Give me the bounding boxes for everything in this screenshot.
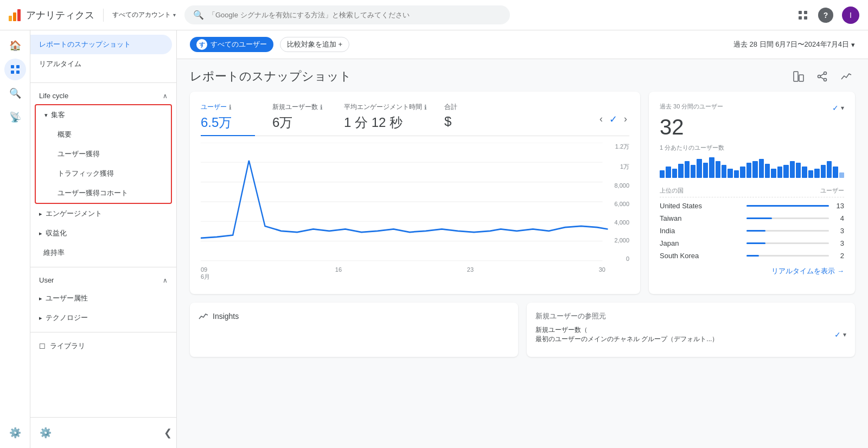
sidebar-footer: ⚙️ ❮: [30, 417, 176, 448]
customize-report-icon[interactable]: [790, 68, 807, 85]
next-metric-button[interactable]: ›: [622, 111, 629, 127]
technology-label: テクノロジー: [46, 313, 88, 323]
nav-ads-icon[interactable]: 📡: [4, 106, 26, 128]
metric-tab-new-users[interactable]: 新規ユーザー数 ℹ 6万: [272, 103, 327, 136]
user-label: User: [39, 276, 54, 284]
realtime-dropdown-arrow[interactable]: ▾: [841, 104, 844, 112]
mini-bar-25: [814, 169, 819, 178]
x-label-3: 30: [599, 266, 605, 281]
sidebar-item-acquisition[interactable]: ▾ 集客: [36, 105, 167, 125]
new-user-source-label: 新規ユーザーの参照元: [535, 312, 606, 320]
grid-icon[interactable]: [796, 9, 809, 22]
account-selector[interactable]: すべてのアカウント ▾: [112, 10, 176, 20]
sidebar-item-demographics[interactable]: ▸ ユーザー属性: [30, 289, 172, 308]
sidebar-item-overview[interactable]: 概要: [36, 125, 167, 144]
realtime-header-row: 過去 30 分間のユーザー ✓ ▾: [660, 103, 844, 113]
metric-value-revenue: $: [444, 114, 499, 129]
y-label-6: 0: [608, 255, 629, 262]
metric-tab-revenue[interactable]: 合計 $: [444, 103, 499, 136]
sidebar-item-retention[interactable]: 維持率: [30, 243, 172, 263]
top-header: アナリティクス すべてのアカウント ▾ 🔍 ? I: [0, 0, 868, 30]
svg-rect-3: [804, 16, 807, 20]
chart-area: 1.2万 1万 8,000 6,000 4,000 2,000 0: [201, 143, 629, 262]
sidebar-item-library[interactable]: ☐ ライブラリ: [30, 337, 176, 355]
mini-bar-14: [746, 163, 751, 178]
settings-icon[interactable]: ⚙️: [35, 422, 56, 444]
page-title-row: レポートのスナップショット: [177, 59, 868, 92]
metric-value-users: 6.5万: [201, 114, 255, 131]
sidebar-item-snapshot[interactable]: レポートのスナップショット: [30, 35, 172, 54]
users-info-icon[interactable]: ℹ: [229, 104, 232, 111]
logo-icon: [9, 9, 21, 21]
library-label: ライブラリ: [50, 341, 85, 351]
content-area: す すべてのユーザー 比較対象を追加 + 過去 28 日間 6月7日〜2024年…: [177, 30, 868, 448]
collapse-sidebar-button[interactable]: ❮: [164, 427, 172, 439]
country-header-label: 上位の国: [660, 187, 684, 195]
country-value: 3: [833, 227, 844, 235]
users-header-label: ユーザー: [820, 187, 844, 195]
sidebar-divider-3: [30, 332, 176, 332]
metric-tab-engagement[interactable]: 平均エンゲージメント時間 ℹ 1 分 12 秒: [344, 103, 427, 136]
sidebar-item-realtime[interactable]: リアルタイム: [30, 54, 172, 74]
search-input[interactable]: [208, 11, 501, 19]
country-row: India 3: [660, 225, 844, 237]
insights-chart-icon: [199, 311, 208, 321]
sidebar-snapshot-label: レポートのスナップショット: [39, 40, 131, 49]
search-bar[interactable]: 🔍: [184, 5, 510, 24]
mini-bar-8: [709, 157, 714, 178]
help-icon[interactable]: ?: [818, 8, 833, 23]
mini-bar-19: [777, 167, 782, 178]
date-range-selector[interactable]: 過去 28 日間 6月7日〜2024年7月4日 ▾: [733, 40, 855, 49]
user-segment-badge[interactable]: す すべてのユーザー: [190, 37, 273, 52]
realtime-check-icon[interactable]: ✓: [832, 104, 839, 112]
country-value: 13: [833, 202, 844, 210]
avatar[interactable]: I: [842, 7, 859, 24]
nav-home-icon[interactable]: 🏠: [4, 35, 26, 56]
nav-reports-icon[interactable]: [4, 59, 26, 80]
x-label-0: 096月: [201, 266, 210, 281]
metric-tab-users[interactable]: ユーザー ℹ 6.5万: [201, 103, 255, 136]
country-name: Japan: [660, 239, 742, 247]
mini-bar-1: [666, 167, 671, 178]
lifecycle-header[interactable]: Life cycle ∧: [30, 87, 176, 104]
view-realtime-link[interactable]: リアルタイムを表示 →: [660, 266, 844, 276]
share-icon[interactable]: [814, 68, 831, 85]
channel-dropdown-arrow[interactable]: ▾: [843, 331, 846, 338]
metric-label-new-users: 新規ユーザー数 ℹ: [272, 103, 327, 112]
mini-bar-26: [821, 165, 826, 178]
bottom-cards-row: Insights 新規ユーザーの参照元 新規ユーザー数（最初のユーザーのメインの…: [177, 303, 868, 366]
channel-check-icon[interactable]: ✓: [834, 330, 841, 339]
sidebar-item-cohort[interactable]: ユーザー獲得コホート: [36, 183, 167, 203]
svg-rect-1: [804, 11, 807, 14]
engagement-info-icon[interactable]: ℹ: [424, 104, 427, 111]
svg-rect-0: [799, 11, 802, 14]
mini-bar-7: [703, 163, 708, 178]
svg-rect-5: [16, 65, 20, 68]
sidebar-item-user-acquisition[interactable]: ユーザー獲得: [36, 144, 167, 164]
new-users-info-icon[interactable]: ℹ: [320, 104, 323, 111]
nav-settings-icon[interactable]: ⚙️: [4, 422, 26, 444]
engagement-label: エンゲージメント: [46, 209, 102, 219]
x-label-1: 16: [335, 266, 342, 281]
acquisition-label: 集客: [51, 110, 65, 120]
sidebar-item-monetization[interactable]: ▸ 収益化: [30, 223, 172, 243]
channel-controls: ✓ ▾: [834, 330, 846, 339]
compare-button[interactable]: 比較対象を追加 +: [280, 37, 349, 52]
country-table-header: 上位の国 ユーザー: [660, 187, 844, 197]
svg-rect-6: [11, 71, 14, 74]
sidebar-item-traffic-acquisition[interactable]: トラフィック獲得: [36, 164, 167, 183]
sidebar-item-engagement[interactable]: ▸ エンゲージメント: [30, 204, 172, 223]
sidebar-item-technology[interactable]: ▸ テクノロジー: [30, 308, 172, 328]
y-label-2: 8,000: [608, 182, 629, 189]
insights-icon[interactable]: [838, 68, 855, 85]
y-label-5: 2,000: [608, 237, 629, 244]
mini-bar-23: [802, 167, 807, 178]
mini-bar-0: [660, 170, 665, 178]
channel-group-label: 新規ユーザー数（最初のユーザーのメインのチャネル グループ（デフォルト...）: [535, 325, 718, 344]
sidebar-divider-1: [30, 82, 176, 83]
user-section-header[interactable]: User ∧: [30, 272, 176, 289]
nav-explore-icon[interactable]: 🔍: [4, 82, 26, 104]
prev-metric-button[interactable]: ‹: [597, 111, 605, 127]
sidebar-divider-2: [30, 267, 176, 267]
metric-check-icon[interactable]: ✓: [609, 113, 617, 125]
